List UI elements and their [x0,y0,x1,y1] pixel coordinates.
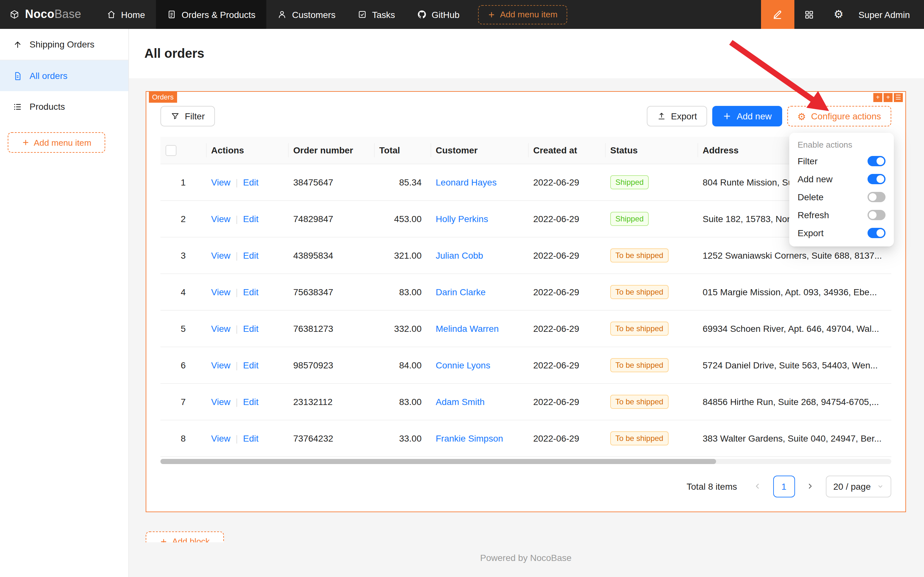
edit-link[interactable]: Edit [243,360,258,370]
sidebar-items: Shipping OrdersAll ordersProducts [0,29,128,122]
nav-item-orders-products[interactable]: Orders & Products [156,0,266,29]
total-cell: 85.34 [374,164,431,201]
customer-link[interactable]: Leonard Hayes [436,177,497,187]
block-config-icons: + + ☰ [873,93,903,102]
view-link[interactable]: View [211,433,230,443]
horizontal-scrollbar-thumb[interactable] [160,459,716,464]
customer-link[interactable]: Julian Cobb [436,250,483,261]
toggle-add-new[interactable] [868,174,885,184]
sidebar-item-label: Products [29,102,65,112]
navbar-right: ⚙ Super Admin [761,0,924,29]
table-row: 8View|Edit7376423233.00Frankie Simpson20… [160,420,891,457]
view-link[interactable]: View [211,360,230,370]
row-index: 4 [180,287,186,297]
page-size-select[interactable]: 20 / page [826,475,891,497]
edit-link[interactable]: Edit [243,324,258,334]
add-block-button[interactable]: Add block [146,532,224,542]
customer-link[interactable]: Connie Lyons [436,360,490,370]
nav-item-tasks[interactable]: Tasks [346,0,406,29]
view-link[interactable]: View [211,287,230,297]
block-add-field-icon[interactable]: + [873,93,882,102]
total-cell: 321.00 [374,237,431,274]
customer-link[interactable]: Adam Smith [436,396,485,407]
status-badge: To be shipped [610,358,668,372]
view-link[interactable]: View [211,214,230,224]
toggle-export[interactable] [868,228,885,238]
toggle-delete[interactable] [868,192,885,202]
configure-actions-button[interactable]: ⚙ Configure actions [787,106,891,126]
plugins-grid-button[interactable] [794,0,824,29]
nav-item-label: GitHub [431,9,459,19]
navbar-add-menu-item-button[interactable]: Add menu item [478,5,567,24]
filter-button[interactable]: Filter [160,106,215,126]
block-menu-icon[interactable]: ☰ [894,93,903,102]
export-button[interactable]: Export [647,106,707,126]
created-at-cell: 2022-06-29 [528,237,605,274]
view-link[interactable]: View [211,177,230,187]
status-badge: Shipped [610,175,649,189]
customer-link[interactable]: Frankie Simpson [436,433,503,443]
action-divider: | [235,433,238,443]
next-page-button[interactable] [800,476,820,497]
header-total: Total [374,137,431,164]
nav-item-github[interactable]: GitHub [406,0,470,29]
order-number-cell: 73764232 [288,420,374,457]
sidebar-item-products[interactable]: Products [0,91,128,122]
nav-item-customers[interactable]: Customers [266,0,346,29]
view-link[interactable]: View [211,324,230,334]
page-header: All orders [128,29,924,78]
toggle-filter[interactable] [868,156,885,166]
block-add-action-icon[interactable]: + [884,93,893,102]
main-area: All orders Orders + + ☰ [128,29,924,577]
configure-actions-label: Configure actions [811,111,881,121]
customer-link[interactable]: Darin Clarke [436,287,486,297]
plus-icon [488,11,495,18]
edit-link[interactable]: Edit [243,396,258,407]
status-badge: To be shipped [610,248,668,263]
add-new-button-label: Add new [737,111,772,121]
edit-link[interactable]: Edit [243,214,258,224]
customer-link[interactable]: Holly Perkins [436,214,488,224]
action-divider: | [235,396,238,407]
edit-link[interactable]: Edit [243,287,258,297]
prev-page-button[interactable] [747,476,768,497]
brand-name: NocoBase [25,8,81,21]
enable-action-item-delete: Delete [789,188,894,206]
highlighter-pen-icon [772,9,783,20]
user-menu[interactable]: Super Admin [853,0,924,29]
navbar-items: HomeOrders & ProductsCustomersTasksGitHu… [95,0,470,29]
sidebar-item-all-orders[interactable]: All orders [0,60,128,91]
toggle-refresh[interactable] [868,210,885,220]
nav-item-home[interactable]: Home [95,0,156,29]
order-number-cell: 23132112 [288,384,374,420]
customer-link[interactable]: Melinda Warren [436,324,499,334]
plus-icon [723,112,731,121]
created-at-cell: 2022-06-29 [528,201,605,237]
address-cell: 015 Margie Mission, Apt. 093, 34936, Ebe… [697,274,891,310]
brand-logo[interactable]: NocoBase [0,0,95,29]
edit-link[interactable]: Edit [243,177,258,187]
file-icon [13,71,23,81]
select-all-checkbox[interactable] [166,145,177,156]
ui-editor-button[interactable] [761,0,794,29]
settings-button[interactable]: ⚙ [824,0,853,29]
enable-action-label: Delete [798,192,824,202]
action-divider: | [235,177,238,187]
edit-link[interactable]: Edit [243,250,258,261]
view-link[interactable]: View [211,250,230,261]
total-cell: 84.00 [374,347,431,384]
sidebar-add-menu-item-button[interactable]: Add menu item [8,132,105,153]
add-block-clipped: Add block [146,532,224,542]
view-link[interactable]: View [211,396,230,407]
page-1-button[interactable]: 1 [773,475,795,497]
header-created-at: Created at [528,137,605,164]
add-new-button[interactable]: Add new [712,106,782,126]
nav-item-label: Customers [292,9,335,19]
filter-funnel-icon [171,112,180,121]
row-index: 5 [180,324,186,334]
order-number-cell: 74829847 [288,201,374,237]
row-index: 1 [180,177,186,187]
edit-link[interactable]: Edit [243,433,258,443]
page-title: All orders [144,46,204,61]
sidebar-item-shipping-orders[interactable]: Shipping Orders [0,29,128,60]
